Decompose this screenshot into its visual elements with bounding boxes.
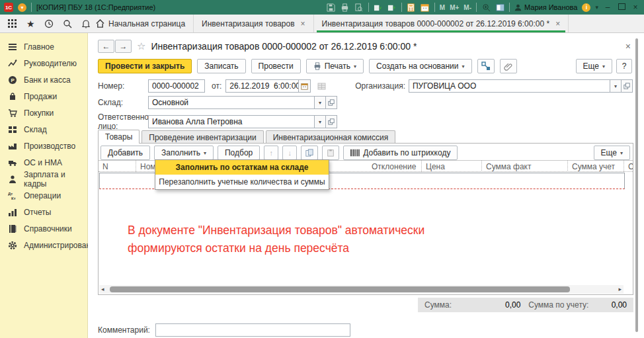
- sidebar-item-sales[interactable]: Продажи: [0, 88, 87, 105]
- sidebar-item-fixed-assets[interactable]: ОС и НМА: [0, 154, 87, 171]
- organization-open-button[interactable]: [622, 79, 633, 93]
- comment-field[interactable]: [155, 323, 350, 337]
- organization-field[interactable]: ПУГОВИЦА ООО: [409, 79, 610, 93]
- responsible-dropdown-button[interactable]: ▾: [315, 115, 326, 128]
- open-link-icon: [624, 83, 630, 89]
- move-down-button[interactable]: ↓: [282, 146, 297, 160]
- receive-icon[interactable]: [387, 3, 397, 12]
- sidebar-item-reports[interactable]: Отчеты: [0, 204, 87, 220]
- tab-inventory-list[interactable]: Инвентаризация товаров ×: [194, 15, 313, 32]
- maximize-button[interactable]: [617, 3, 626, 12]
- attachments-button[interactable]: [500, 59, 517, 73]
- sidebar-item-operations[interactable]: ДтКт Операции: [0, 187, 87, 204]
- save-icon[interactable]: [327, 3, 336, 12]
- preview-icon[interactable]: [354, 3, 364, 12]
- organization-dropdown-button[interactable]: ▾: [610, 79, 622, 93]
- minimize-button[interactable]: –: [603, 3, 612, 12]
- column-deviation[interactable]: Отклонение: [368, 161, 422, 172]
- print-button[interactable]: Печать ▾: [306, 59, 364, 73]
- create-on-base-label: Создать на основании: [376, 62, 459, 71]
- column-n[interactable]: N: [99, 161, 136, 172]
- main-menu-icon[interactable]: ▾: [18, 3, 26, 12]
- close-tab-icon[interactable]: ×: [301, 19, 305, 28]
- column-sum-fact[interactable]: Сумма факт: [482, 161, 568, 172]
- responsible-field[interactable]: Иванова Алла Петровна: [148, 115, 315, 128]
- sidebar-item-production[interactable]: Производство: [0, 138, 87, 154]
- form-more-button[interactable]: Еще ▾: [576, 59, 612, 73]
- tab-home[interactable]: Начальная страница: [88, 15, 194, 32]
- date-field[interactable]: 26.12.2019 6:00:00: [225, 79, 298, 93]
- user-menu[interactable]: Мария Иванова: [514, 3, 577, 11]
- column-price[interactable]: Цена: [422, 161, 482, 172]
- chevron-down-icon[interactable]: ▾: [595, 4, 598, 11]
- warehouse-field[interactable]: Основной: [148, 96, 315, 109]
- scroll-left-icon[interactable]: ◂: [101, 286, 104, 293]
- print-icon[interactable]: [341, 3, 350, 12]
- grid-icon: [8, 125, 17, 134]
- close-tab-icon[interactable]: ×: [555, 19, 560, 28]
- chevron-down-icon: ▾: [602, 63, 605, 69]
- date-label: от:: [212, 81, 221, 91]
- paste-button[interactable]: [322, 146, 339, 160]
- column-clipped[interactable]: С: [624, 161, 633, 172]
- open-register-button[interactable]: [317, 83, 326, 90]
- sidebar-item-warehouse[interactable]: Склад: [0, 121, 87, 138]
- send-icon[interactable]: [374, 3, 383, 12]
- form-vertical-scrollbar[interactable]: [635, 38, 638, 332]
- column-sum-accounting[interactable]: Сумма учет: [568, 161, 624, 172]
- split-view-icon[interactable]: [495, 3, 504, 12]
- info-icon[interactable]: i: [582, 3, 590, 12]
- memory-m-plus-button[interactable]: M+: [450, 4, 459, 11]
- back-button[interactable]: ←: [98, 40, 114, 53]
- responsible-open-button[interactable]: [326, 115, 337, 128]
- sidebar-item-administration[interactable]: Администрирование: [0, 237, 87, 253]
- post-and-close-button[interactable]: Провести и закрыть: [98, 59, 192, 73]
- pick-button[interactable]: Подбор: [218, 146, 260, 160]
- help-button[interactable]: ?: [616, 59, 632, 73]
- favorite-star-icon[interactable]: ☆: [137, 40, 145, 52]
- memory-m-minus-button[interactable]: M-: [463, 4, 471, 11]
- post-button[interactable]: Провести: [251, 59, 301, 73]
- grid-more-button[interactable]: Еще ▾: [594, 146, 630, 160]
- tab-inventory-document[interactable]: Инвентаризация товаров 0000-000002 от 26…: [314, 15, 569, 32]
- copy-button[interactable]: [301, 146, 318, 160]
- document-structure-button[interactable]: [477, 59, 495, 73]
- sidebar-item-manager[interactable]: Руководителю: [0, 55, 87, 71]
- sidebar-item-label: Продажи: [24, 92, 57, 101]
- menu-item-refill-quantities[interactable]: Перезаполнить учетные количества и суммы: [155, 175, 329, 189]
- scroll-right-icon[interactable]: ▸: [618, 286, 622, 293]
- add-row-button[interactable]: Добавить: [101, 146, 150, 160]
- search-icon[interactable]: [63, 19, 72, 28]
- warehouse-open-button[interactable]: [326, 96, 337, 109]
- close-form-button[interactable]: ×: [625, 41, 631, 52]
- date-calendar-button[interactable]: [298, 79, 311, 93]
- add-by-barcode-button[interactable]: Добавить по штрихкоду: [343, 146, 458, 160]
- sidebar-item-salary-hr[interactable]: Зарплата и кадры: [0, 171, 87, 187]
- copy-icon: [305, 149, 313, 157]
- menu-item-fill-by-stock[interactable]: Заполнить по остаткам на складе: [155, 160, 329, 175]
- fill-button[interactable]: Заполнить ▾: [154, 146, 214, 160]
- calculator-icon[interactable]: [407, 3, 416, 12]
- warehouse-dropdown-button[interactable]: ▾: [315, 96, 326, 109]
- tab-goods[interactable]: Товары: [98, 130, 140, 144]
- sidebar-item-directories[interactable]: Справочники: [0, 220, 87, 237]
- forward-button[interactable]: →: [115, 40, 132, 53]
- tab-inventory-carrying[interactable]: Проведение инвентаризации: [141, 130, 263, 144]
- favorites-icon[interactable]: ★: [26, 19, 35, 29]
- sidebar-item-bank-cash[interactable]: P Банк и касса: [0, 71, 87, 88]
- calendar-icon[interactable]: [421, 3, 430, 12]
- horizontal-scrollbar[interactable]: ◂ ▸: [99, 285, 624, 294]
- move-up-button[interactable]: ↑: [264, 146, 278, 160]
- create-on-base-button[interactable]: Создать на основании ▾: [369, 59, 472, 73]
- write-button[interactable]: Записать: [197, 59, 245, 73]
- sidebar-item-main[interactable]: Главное: [0, 38, 87, 55]
- memory-m-button[interactable]: M: [440, 4, 445, 11]
- scrollbar-thumb[interactable]: [110, 286, 570, 292]
- close-window-button[interactable]: ×: [631, 3, 640, 12]
- tab-inventory-commission[interactable]: Инвентаризационная комиссия: [266, 130, 396, 144]
- history-icon[interactable]: [44, 19, 54, 28]
- number-field[interactable]: 0000-000002: [148, 79, 205, 93]
- all-functions-icon[interactable]: [8, 19, 17, 28]
- sidebar-item-purchases[interactable]: Покупки: [0, 105, 87, 121]
- zoom-icon[interactable]: [481, 3, 491, 12]
